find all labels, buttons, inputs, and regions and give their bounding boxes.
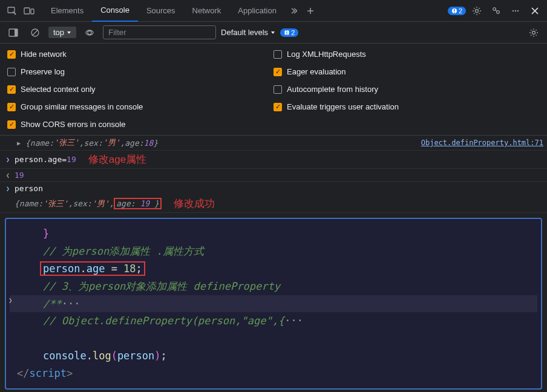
fold-arrow-icon[interactable]: ❯ <box>8 295 13 307</box>
console-settings-panel: ✓Hide networkPreserve log✓Selected conte… <box>0 44 547 136</box>
checkbox-row[interactable]: Preserve log <box>7 67 274 76</box>
svg-point-19 <box>532 31 536 34</box>
checkbox-label: Hide network <box>21 50 67 59</box>
console-settings-icon[interactable] <box>525 24 542 41</box>
input-arrow-icon: ❯ <box>4 156 12 163</box>
filter-input[interactable] <box>103 25 216 39</box>
log-input-row: ❯ person <box>0 182 547 195</box>
expand-arrow-icon[interactable]: ▶ <box>15 140 23 146</box>
checkbox-checked-icon[interactable]: ✓ <box>7 85 16 94</box>
code-editor[interactable]: } // 为person添加属性 .属性方式 person.age = 18; … <box>5 218 542 390</box>
checkbox-checked-icon[interactable]: ✓ <box>7 120 16 129</box>
tab-sources[interactable]: Sources <box>138 0 184 22</box>
sidebar-toggle-icon[interactable] <box>5 24 22 41</box>
tab-application[interactable]: Application <box>229 0 285 22</box>
checkbox-row[interactable]: ✓Hide network <box>7 50 274 59</box>
checkbox-row[interactable]: Log XMLHttpRequests <box>274 50 540 59</box>
log-output-row: ❮ 19 <box>0 169 547 182</box>
checkbox-label: Selected context only <box>21 85 96 94</box>
checkbox-row[interactable]: ✓Show CORS errors in console <box>7 120 274 129</box>
tab-network[interactable]: Network <box>184 0 230 22</box>
input-arrow-icon: ❯ <box>4 185 12 192</box>
checkbox-label: Autocomplete from history <box>287 85 378 94</box>
device-icon[interactable] <box>21 2 38 19</box>
checkbox-row[interactable]: ✓Selected context only <box>7 85 274 94</box>
svg-rect-2 <box>31 9 34 14</box>
checkbox-checked-icon[interactable]: ✓ <box>7 103 16 111</box>
svg-point-8 <box>497 10 500 13</box>
add-tab-icon[interactable] <box>302 2 319 19</box>
checkbox-unchecked-icon[interactable] <box>274 50 282 59</box>
context-select[interactable]: top <box>48 27 76 38</box>
checkbox-unchecked-icon[interactable] <box>7 68 16 76</box>
issues-badge[interactable]: 2 <box>280 28 298 37</box>
svg-point-9 <box>513 10 514 11</box>
svg-point-7 <box>493 7 496 10</box>
filter-bar: top Default levels 2 <box>0 22 547 44</box>
svg-point-6 <box>476 9 479 12</box>
svg-point-10 <box>515 10 516 11</box>
live-expression-icon[interactable] <box>81 24 98 41</box>
console-log-area: ▶ { name: '张三' , sex: '男' , age: 18 } Ob… <box>0 136 547 213</box>
checkbox-row[interactable]: ✓Eager evaluation <box>274 67 540 76</box>
checkbox-checked-icon[interactable]: ✓ <box>274 103 282 111</box>
svg-point-11 <box>517 10 519 11</box>
svg-rect-18 <box>286 33 287 34</box>
checkbox-checked-icon[interactable]: ✓ <box>274 68 282 76</box>
checkbox-label: Log XMLHttpRequests <box>287 50 366 59</box>
checkbox-label: Preserve log <box>21 67 65 76</box>
checkbox-row[interactable]: Autocomplete from history <box>274 85 540 94</box>
checkbox-row[interactable]: ✓Group similar messages in console <box>7 102 274 111</box>
error-badge[interactable]: 2 <box>448 7 466 15</box>
levels-select[interactable]: Default levels <box>221 28 275 37</box>
svg-rect-13 <box>15 29 18 36</box>
annotation-text: 修改成功 <box>174 197 215 211</box>
checkbox-unchecked-icon[interactable] <box>274 85 282 94</box>
log-row: ▶ { name: '张三' , sex: '男' , age: 18 } Ob… <box>0 136 547 151</box>
tab-elements[interactable]: Elements <box>42 0 92 22</box>
log-input-row: ❯ person.age= 19 修改age属性 <box>0 151 547 169</box>
output-arrow-icon: ❮ <box>4 172 12 178</box>
more-menu-icon[interactable] <box>507 2 524 19</box>
checkbox-label: Eager evaluation <box>287 67 346 76</box>
tab-console[interactable]: Console <box>92 0 138 22</box>
svg-rect-1 <box>24 8 30 14</box>
checkbox-row[interactable]: ✓Evaluate triggers user activation <box>274 102 540 111</box>
experiments-icon[interactable] <box>488 2 505 19</box>
svg-rect-5 <box>454 12 454 13</box>
checkbox-label: Evaluate triggers user activation <box>287 102 399 111</box>
checkbox-checked-icon[interactable]: ✓ <box>7 50 16 59</box>
clear-console-icon[interactable] <box>27 24 44 41</box>
svg-rect-17 <box>286 31 287 33</box>
close-icon[interactable] <box>526 2 543 19</box>
tabs-bar: Elements Console Sources Network Applica… <box>0 0 547 22</box>
log-object-row: { name: '张三' , sex: '男' , age: 19 } 修改成功 <box>0 195 547 213</box>
annotation-text: 修改age属性 <box>88 152 146 166</box>
source-link[interactable]: Object.definProperty.html:71 <box>421 139 543 147</box>
inspect-icon[interactable] <box>4 2 21 19</box>
more-tabs-icon[interactable] <box>285 2 302 19</box>
settings-gear-icon[interactable] <box>468 2 485 19</box>
svg-point-15 <box>88 31 91 34</box>
checkbox-label: Show CORS errors in console <box>21 120 125 129</box>
svg-rect-4 <box>454 9 454 11</box>
checkbox-label: Group similar messages in console <box>21 102 143 111</box>
